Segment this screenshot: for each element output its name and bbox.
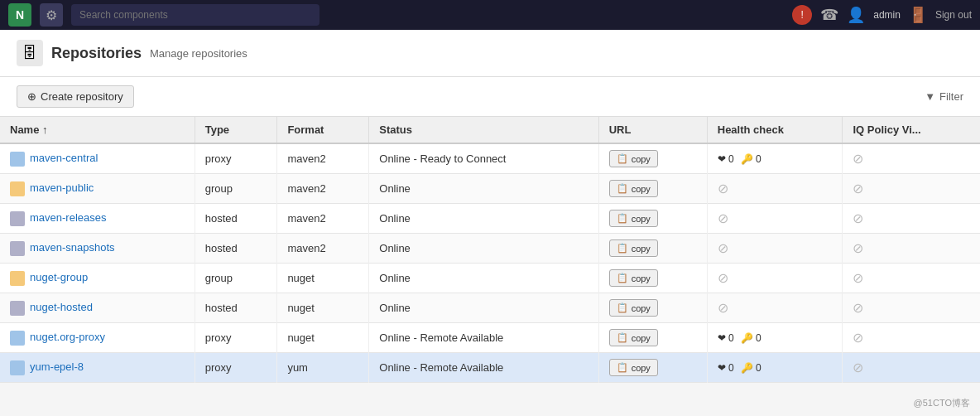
create-repository-button[interactable]: ⊕ Create repository [17, 85, 134, 108]
repo-format-cell: maven2 [277, 143, 369, 174]
repo-iq-cell: ⊘ [843, 323, 980, 353]
repo-name-label[interactable]: maven-snapshots [30, 241, 115, 254]
repo-status-cell: Online [369, 293, 598, 323]
copy-url-button[interactable]: 📋 copy [609, 269, 658, 287]
repo-format-cell: nuget [277, 293, 369, 323]
iq-disabled-icon: ⊘ [853, 360, 863, 375]
repo-name-label[interactable]: nuget.org-proxy [30, 331, 105, 343]
repo-format-cell: maven2 [277, 234, 369, 264]
table-row[interactable]: nuget-groupgroupnugetOnline📋 copy⊘⊘ [0, 264, 980, 293]
health-counts: ❤ 0 🔑 0 [718, 332, 833, 344]
repo-url-cell: 📋 copy [598, 264, 707, 293]
repo-name-label[interactable]: nuget-hosted [30, 301, 93, 313]
health-counts: ❤ 0 🔑 0 [718, 362, 833, 374]
repositories-icon: 🗄 [17, 40, 43, 66]
repositories-table: Name ↑ Type Format Status URL Health che… [0, 117, 980, 383]
copy-url-button[interactable]: 📋 copy [609, 329, 658, 346]
repo-type-cell: hosted [195, 293, 277, 323]
repo-format-cell: nuget [277, 323, 369, 353]
repo-format-cell: yum [277, 353, 369, 383]
repo-status-cell: Online - Ready to Connect [369, 143, 598, 174]
repo-type-icon [10, 181, 25, 196]
copy-url-button[interactable]: 📋 copy [609, 210, 658, 227]
page-header: 🗄 Repositories Manage repositories [0, 30, 980, 77]
table-row[interactable]: nuget-hostedhostednugetOnline📋 copy⊘⊘ [0, 293, 980, 323]
toolbar: ⊕ Create repository ▼ Filter [0, 77, 980, 117]
repo-type-icon [10, 301, 25, 316]
repo-type-cell: proxy [195, 143, 277, 174]
health-error-count: ❤ 0 [718, 153, 734, 165]
repo-health-cell: ❤ 0 🔑 0 [707, 143, 843, 174]
repo-url-cell: 📋 copy [598, 353, 707, 383]
user-circle-icon[interactable]: 👤 [847, 6, 865, 24]
repo-name-label[interactable]: maven-central [30, 152, 98, 164]
repo-url-cell: 📋 copy [598, 204, 707, 234]
copy-icon: 📋 [617, 183, 628, 194]
repo-name-cell: nuget-group [0, 264, 195, 293]
repo-url-cell: 📋 copy [598, 293, 707, 323]
support-icon[interactable]: ☎ [820, 6, 838, 24]
repo-name-cell: maven-releases [0, 204, 195, 234]
copy-url-button[interactable]: 📋 copy [609, 299, 658, 317]
repo-name-label[interactable]: yum-epel-8 [30, 360, 84, 373]
col-name[interactable]: Name ↑ [0, 117, 195, 143]
search-input[interactable] [71, 4, 319, 26]
repo-name-label[interactable]: maven-public [30, 181, 94, 194]
repo-health-cell: ❤ 0 🔑 0 [707, 323, 843, 353]
col-type[interactable]: Type [195, 117, 277, 143]
repo-name-cell: nuget.org-proxy [0, 323, 195, 353]
repo-type-cell: proxy [195, 323, 277, 353]
health-disabled-icon: ⊘ [718, 241, 728, 255]
repo-name-cell: yum-epel-8 [0, 353, 195, 383]
repo-iq-cell: ⊘ [843, 353, 980, 383]
repo-type-icon [10, 152, 25, 167]
col-status[interactable]: Status [369, 117, 598, 143]
iq-disabled-icon: ⊘ [853, 301, 863, 315]
copy-url-button[interactable]: 📋 copy [609, 180, 658, 197]
health-warn-count: 🔑 0 [741, 362, 761, 374]
col-health[interactable]: Health check [707, 117, 843, 143]
copy-url-button[interactable]: 📋 copy [609, 359, 658, 376]
table-row[interactable]: nuget.org-proxyproxynugetOnline - Remote… [0, 323, 980, 353]
health-disabled-icon: ⊘ [718, 271, 728, 285]
copy-icon: 📋 [617, 213, 628, 224]
gear-icon[interactable]: ⚙ [40, 3, 63, 27]
repo-name-cell: nuget-hosted [0, 293, 195, 323]
notification-bell-icon[interactable]: ! [792, 5, 812, 25]
col-url[interactable]: URL [598, 117, 707, 143]
repo-health-cell: ⊘ [707, 234, 843, 264]
signout-label[interactable]: Sign out [935, 9, 972, 21]
copy-icon: 📋 [617, 243, 628, 254]
table-row[interactable]: maven-centralproxymaven2Online - Ready t… [0, 143, 980, 174]
repo-health-cell: ⊘ [707, 293, 843, 323]
iq-disabled-icon: ⊘ [853, 211, 863, 225]
iq-disabled-icon: ⊘ [853, 152, 863, 166]
table-row[interactable]: maven-snapshotshostedmaven2Online📋 copy⊘… [0, 234, 980, 264]
col-format[interactable]: Format [277, 117, 369, 143]
table-body: maven-centralproxymaven2Online - Ready t… [0, 143, 980, 383]
repo-status-cell: Online [369, 234, 598, 264]
health-disabled-icon: ⊘ [718, 181, 728, 196]
table-row[interactable]: yum-epel-8proxyyumOnline - Remote Availa… [0, 353, 980, 383]
repo-type-cell: hosted [195, 204, 277, 234]
table-row[interactable]: maven-releaseshostedmaven2Online📋 copy⊘⊘ [0, 204, 980, 234]
copy-url-button[interactable]: 📋 copy [609, 150, 658, 167]
copy-url-button[interactable]: 📋 copy [609, 239, 658, 257]
repo-status-cell: Online - Remote Available [369, 323, 598, 353]
repo-url-cell: 📋 copy [598, 234, 707, 264]
page-subtitle: Manage repositories [150, 47, 247, 60]
repo-type-cell: group [195, 264, 277, 293]
repo-format-cell: maven2 [277, 204, 369, 234]
repo-name-label[interactable]: nuget-group [30, 271, 88, 283]
repo-url-cell: 📋 copy [598, 143, 707, 174]
filter-button[interactable]: ▼ Filter [925, 90, 963, 103]
repo-status-cell: Online [369, 174, 598, 204]
health-warn-count: 🔑 0 [741, 153, 761, 165]
col-iq[interactable]: IQ Policy Vi... [843, 117, 980, 143]
page-title: Repositories [51, 45, 142, 62]
signout-icon[interactable]: 🚪 [909, 6, 927, 24]
health-error-count: ❤ 0 [718, 332, 734, 344]
repo-name-label[interactable]: maven-releases [30, 211, 107, 224]
health-error-count: ❤ 0 [718, 362, 734, 374]
table-row[interactable]: maven-publicgroupmaven2Online📋 copy⊘⊘ [0, 174, 980, 204]
